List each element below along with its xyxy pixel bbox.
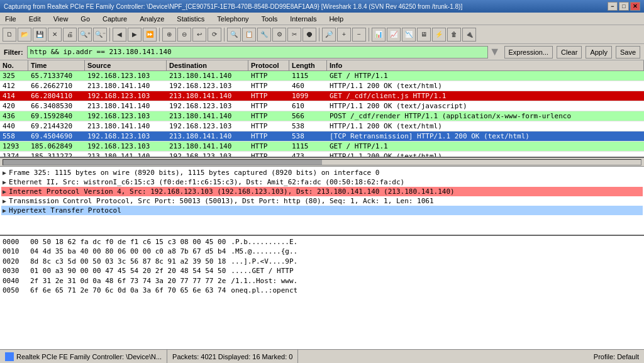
connect-btn[interactable]: 🔌 [462,28,476,42]
status-packets-text: Packets: 4021 Displayed: 16 Marked: 0 [172,353,292,360]
table-cell: HTTP [248,152,289,158]
packet-list[interactable]: No.TimeSourceDestinationProtocolLengthIn… [0,60,644,158]
detail-row[interactable]: ▶Ethernet II, Src: wistronI_c6:15:c3 (f0… [1,177,643,187]
settings-btn[interactable]: ⚙ [272,28,286,42]
menu-item-file[interactable]: File [3,14,19,23]
close-btn[interactable]: ✕ [48,28,62,42]
menu-item-internals[interactable]: Internals [287,14,319,23]
table-cell: 213.180.141.140 [167,131,248,141]
reload-btn[interactable]: ↩ [192,28,206,42]
table-row[interactable]: 55869.4504690192.168.123.103213.180.141.… [0,131,644,142]
table-cell: 69.2144320 [28,121,85,131]
detail-row[interactable]: ▶Transmission Control Protocol, Src Port… [1,196,643,206]
packet-header-info[interactable]: Info [327,60,644,70]
plus-btn[interactable]: + [337,28,351,42]
zoom-in-btn[interactable]: 🔍⁺ [78,28,92,42]
remove-btn[interactable]: ⊖ [177,28,191,42]
table-cell: 566 [289,111,327,121]
back-btn[interactable]: ◀ [113,28,126,42]
expand-icon[interactable]: ▶ [3,169,6,176]
cut-btn[interactable]: ✂ [287,28,301,42]
save-btn[interactable]: 💾 [33,28,47,42]
table-cell: 213.180.141.140 [85,121,167,131]
hex-dump[interactable]: 000000 50 18 62 fa dc f0 de f1 c6 15 c3 … [0,236,644,349]
packet-header-source[interactable]: Source [85,60,167,70]
view-btn[interactable]: ⯃ [303,28,316,42]
menu-item-statistics[interactable]: Statistics [174,14,207,23]
add-btn[interactable]: ⊕ [162,28,176,42]
table-row[interactable]: 41266.2662710213.180.141.140192.168.123.… [0,81,644,91]
menu-item-tools[interactable]: Tools [259,14,280,23]
close-button[interactable]: ✕ [630,2,640,11]
expression-button[interactable]: Expression... [504,46,553,59]
packet-header-no[interactable]: No. [0,60,28,70]
menu-item-telephony[interactable]: Telephony [214,14,251,23]
zoom-out-btn[interactable]: 🔍⁻ [93,28,107,42]
delete-btn[interactable]: 🗑 [447,28,461,42]
minus-btn[interactable]: − [352,28,366,42]
chart-btn[interactable]: 📊 [372,28,386,42]
menu-item-go[interactable]: Go [78,14,92,23]
tool-btn[interactable]: 🔧 [257,28,271,42]
packet-header-destination[interactable]: Destination [167,60,248,70]
hex-offset: 0020 [3,257,25,266]
table-row[interactable]: 1374185.311272213.180.141.140192.168.123… [0,152,644,158]
packet-header-length[interactable]: Length [289,60,327,70]
detail-row[interactable]: ▶Hypertext Transfer Protocol [1,206,643,215]
filter-dropdown-icon[interactable]: ▼ [489,45,501,59]
print-btn[interactable]: 🖨 [63,28,77,42]
forward-btn[interactable]: ▶ [128,28,142,42]
clear-button[interactable]: Clear [557,46,582,59]
menu-item-capture[interactable]: Capture [100,14,130,23]
table-row[interactable]: 41466.2804110192.168.123.103213.180.141.… [0,91,644,101]
stats-btn[interactable]: 📉 [402,28,416,42]
table-row[interactable]: 42066.3408530213.180.141.140192.168.123.… [0,101,644,111]
graph-btn[interactable]: 📈 [387,28,401,42]
power-btn[interactable]: ⚡ [432,28,446,42]
find-btn[interactable]: 🔎 [322,28,336,42]
menu-item-view[interactable]: View [51,14,71,23]
detail-row[interactable]: ▶Frame 325: 1115 bytes on wire (8920 bit… [1,168,643,177]
menu-bar: FileEditViewGoCaptureAnalyzeStatisticsTe… [0,13,644,25]
go-btn[interactable]: ⏩ [143,28,157,42]
save-button[interactable]: Save [616,46,640,59]
table-row[interactable]: 32565.7133740192.168.123.103213.180.141.… [0,71,644,81]
hex-ascii: .P.b..........E. [231,237,297,247]
table-cell: 213.180.141.140 [167,111,248,121]
table-row[interactable]: 43669.1592840192.168.123.103213.180.141.… [0,111,644,121]
expand-icon[interactable]: ▶ [3,198,6,204]
apply-button[interactable]: Apply [586,46,612,59]
packet-header-protocol[interactable]: Protocol [248,60,289,70]
hex-bytes: 01 00 a3 90 00 00 47 45 54 20 2f 20 48 5… [30,266,226,276]
hex-row: 00208d 8c c3 5d 00 50 03 3c 56 87 8c 91 … [3,257,641,266]
open-btn[interactable]: 📂 [18,28,31,42]
monitor-btn[interactable]: 🖥 [417,28,431,42]
detail-row[interactable]: ▶Internet Protocol Version 4, Src: 192.1… [1,187,643,196]
packet-list-hscroll[interactable] [0,158,644,167]
new-capture-btn[interactable]: 🗋 [3,28,16,42]
expand-icon[interactable]: ▶ [3,207,6,214]
table-row[interactable]: 44069.2144320213.180.141.140192.168.123.… [0,121,644,131]
table-cell: HTTP [248,131,289,141]
menu-item-analyze[interactable]: Analyze [137,14,167,23]
refresh-btn[interactable]: ⟳ [208,28,221,42]
menu-item-help[interactable]: Help [326,14,346,23]
table-cell: HTTP [248,71,289,81]
minimize-button[interactable]: − [608,2,618,11]
hex-offset: 0000 [3,237,25,247]
table-cell: HTTP/1.1 200 OK (text/html) [327,121,644,131]
expand-icon[interactable]: ▶ [3,179,6,186]
table-row[interactable]: 1293185.062849192.168.123.103213.180.141… [0,142,644,152]
packet-header-time[interactable]: Time [28,60,85,70]
paste-btn[interactable]: 📋 [242,28,256,42]
hex-row: 00506f 6e 65 71 2e 70 6c 0d 0a 3a 6f 70 … [3,286,641,295]
menu-item-edit[interactable]: Edit [26,14,43,23]
table-cell: [TCP Retransmission] HTTP/1.1 200 OK (te… [327,131,644,141]
maximize-button[interactable]: □ [619,2,629,11]
search-btn[interactable]: 🔍 [227,28,241,42]
packet-detail[interactable]: ▶Frame 325: 1115 bytes on wire (8920 bit… [0,167,644,236]
filter-input[interactable] [27,46,488,59]
expand-icon[interactable]: ▶ [3,188,6,195]
hex-row: 001004 4d 35 ba 40 00 80 06 00 00 c0 a8 … [3,247,641,256]
table-cell: 412 [0,81,28,91]
